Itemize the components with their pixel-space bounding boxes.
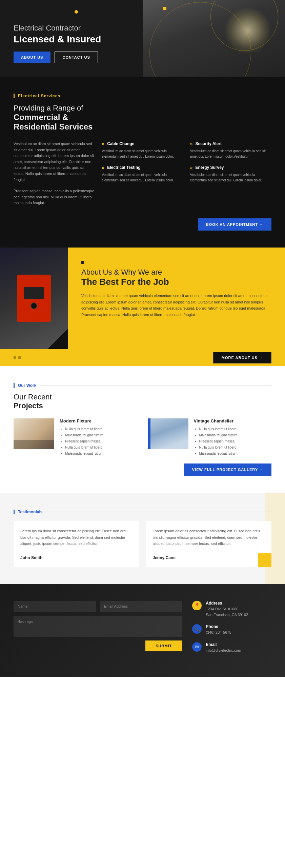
gallery-btn-row: VIEW FULL PROJECT GALLERY → bbox=[14, 463, 271, 476]
tiny-square-2 bbox=[18, 356, 21, 359]
email-icon: ✉ bbox=[192, 642, 202, 652]
testimonial-accent bbox=[258, 553, 271, 567]
address-icon: 📍 bbox=[192, 601, 202, 610]
project-image-1 bbox=[14, 418, 54, 449]
submit-button[interactable]: SUBMIT bbox=[145, 640, 182, 651]
service-item-electrical-title: Electrical Testing bbox=[107, 165, 140, 170]
name-input[interactable] bbox=[14, 601, 96, 612]
service-item-electrical-text: Vestibulum ac diam sit amet quam vehicul… bbox=[102, 172, 183, 183]
testimonial-card-2: Lorem ipsum dolor sit consectetur adipis… bbox=[146, 521, 272, 567]
contact-form: SUBMIT bbox=[14, 601, 182, 660]
email-label: Email bbox=[206, 642, 241, 647]
email-value: info@divielectric.com bbox=[206, 648, 241, 653]
project-card-2: Vintage Chandelier Nulla quis lorem ut l… bbox=[148, 418, 272, 457]
testimonial-name-2: Jenny Cane bbox=[153, 552, 265, 560]
projects-tag-text: Our Work bbox=[18, 383, 36, 388]
email-input[interactable] bbox=[100, 601, 182, 612]
project-list-1: Nulla quis lorem ut libero Malesuada feu… bbox=[60, 426, 103, 457]
services-tag-text: Electrical Services bbox=[18, 94, 60, 98]
contact-section: SUBMIT 📍 Address 1234 Divi St. #1000San … bbox=[0, 584, 285, 677]
about-us-button[interactable]: ABOUT US bbox=[14, 52, 50, 63]
service-item-security-title: Security Alert bbox=[195, 141, 222, 146]
service-item-security: » Security Alert Vestibulum ac diam sit … bbox=[190, 141, 271, 159]
testimonial-text-2: Lorem ipsum dolor sit consectetur adipis… bbox=[153, 528, 265, 547]
project-title-1: Modern Fixture bbox=[60, 418, 103, 423]
service-item-cable-text: Vestibulum ac diam sit amet quam vehicul… bbox=[102, 149, 183, 159]
services-intro-1: Vestibulum ac diam sit amet quam vehicul… bbox=[14, 141, 95, 183]
chevron-icon-2: » bbox=[102, 165, 104, 170]
service-item-cable-header: » Cable Change bbox=[102, 141, 183, 146]
address-label: Address bbox=[206, 601, 248, 606]
tag-bar bbox=[14, 94, 15, 98]
about-wrapper: About Us & Why We are The Best For the J… bbox=[0, 248, 285, 366]
address-value: 1234 Divi St. #1000San Francisco, CA 391… bbox=[206, 606, 248, 617]
list-item: Nulla quis lorem ut libero bbox=[65, 445, 103, 451]
project-info-2: Vintage Chandelier Nulla quis lorem ut l… bbox=[194, 418, 238, 457]
about-main-row: About Us & Why We are The Best For the J… bbox=[0, 248, 285, 349]
about-content: About Us & Why We are The Best For the J… bbox=[68, 248, 285, 349]
projects-grid: Modern Fixture Nulla quis lorem ut liber… bbox=[14, 418, 271, 457]
service-item-energy-header: » Energy Survey bbox=[190, 165, 271, 170]
services-tag-row: Electrical Services bbox=[14, 94, 271, 98]
about-image-col bbox=[0, 248, 68, 349]
phone-icon: 📞 bbox=[192, 624, 202, 634]
contact-email-text: Email info@divielectric.com bbox=[206, 642, 241, 653]
testimonial-name-1: John Smith bbox=[20, 552, 133, 560]
projects-tag-line bbox=[40, 385, 271, 386]
services-col-2: » Cable Change Vestibulum ac diam sit am… bbox=[102, 141, 183, 212]
testimonials-section: Testimonials Lorem ipsum dolor sit conse… bbox=[0, 493, 285, 584]
hero-subtitle: Electrical Contractor bbox=[14, 24, 271, 33]
contact-address-item: 📍 Address 1234 Divi St. #1000San Francis… bbox=[192, 601, 271, 617]
list-item: Praesent sapien massa bbox=[199, 438, 238, 445]
list-item: Malesuada feugiat rutrum bbox=[199, 432, 238, 438]
list-item: Praesent sapien massa bbox=[65, 438, 103, 445]
service-item-energy: » Energy Survey Vestibulum ac diam sit a… bbox=[190, 165, 271, 183]
phone-value: (346) 234-5675 bbox=[206, 630, 231, 635]
about-heading-bold: The Best For the Job bbox=[81, 277, 271, 287]
testimonials-tag-line bbox=[46, 512, 271, 512]
project-image-2 bbox=[148, 418, 188, 449]
contact-info: 📍 Address 1234 Divi St. #1000San Francis… bbox=[192, 601, 271, 660]
more-about-button[interactable]: MORE ABOUT US → bbox=[213, 352, 271, 363]
tag-line bbox=[64, 96, 271, 96]
services-heading-bold-1: Commercial & Residential Services bbox=[14, 113, 271, 132]
services-col-3: » Security Alert Vestibulum ac diam sit … bbox=[190, 141, 271, 212]
chevron-icon: » bbox=[102, 141, 104, 146]
services-intro-2: Praesent sapien massa, convallis a pelle… bbox=[14, 188, 95, 206]
projects-tag-bar bbox=[14, 383, 15, 388]
list-item: Nulla quis lorem ut libero bbox=[65, 426, 103, 432]
service-item-security-header: » Security Alert bbox=[190, 141, 271, 146]
contact-phone-text: Phone (346) 234-5675 bbox=[206, 624, 231, 635]
submit-row: SUBMIT bbox=[14, 640, 182, 651]
services-grid: Vestibulum ac diam sit amet quam vehicul… bbox=[14, 141, 271, 212]
service-item-electrical-header: » Electrical Testing bbox=[102, 165, 183, 170]
multimeter-screen bbox=[24, 287, 44, 299]
view-gallery-button[interactable]: VIEW FULL PROJECT GALLERY → bbox=[184, 463, 271, 476]
triangle-decoration bbox=[47, 329, 68, 349]
services-intro-col: Vestibulum ac diam sit amet quam vehicul… bbox=[14, 141, 95, 212]
testimonials-tag-bar bbox=[14, 510, 15, 514]
project-info-1: Modern Fixture Nulla quis lorem ut liber… bbox=[60, 418, 103, 457]
more-btn-wrap: MORE ABOUT US → bbox=[213, 352, 271, 363]
multimeter-visual bbox=[17, 275, 51, 322]
contact-address-text: Address 1234 Divi St. #1000San Francisco… bbox=[206, 601, 248, 617]
project-list-2: Nulla quis lorem ut libero Malesuada feu… bbox=[194, 426, 238, 457]
phone-label: Phone bbox=[206, 624, 231, 629]
contact-us-button[interactable]: CONTACT US bbox=[55, 52, 98, 63]
multimeter-knob bbox=[30, 302, 37, 309]
message-textarea[interactable] bbox=[14, 616, 182, 636]
project-card-1: Modern Fixture Nulla quis lorem ut liber… bbox=[14, 418, 138, 457]
chevron-icon-3: » bbox=[190, 141, 193, 146]
square-decoration bbox=[163, 7, 166, 10]
book-btn-row: BOOK AN APPOINTMENT → bbox=[14, 218, 271, 231]
about-heading: About Us & Why We are The Best For the J… bbox=[81, 268, 271, 287]
chevron-icon-4: » bbox=[190, 165, 193, 170]
projects-section: Our Work Our Recent Projects Modern Fixt… bbox=[0, 366, 285, 493]
services-section: Electrical Services Providing a Range of… bbox=[0, 77, 285, 248]
project-title-2: Vintage Chandelier bbox=[194, 418, 238, 423]
blue-bar bbox=[148, 418, 150, 449]
service-item-electrical: » Electrical Testing Vestibulum ac diam … bbox=[102, 165, 183, 183]
list-item: Malesuada feugiat rutrum bbox=[199, 451, 238, 457]
book-appointment-button[interactable]: BOOK AN APPOINTMENT → bbox=[198, 218, 271, 231]
testimonials-tag-row: Testimonials bbox=[14, 510, 271, 514]
